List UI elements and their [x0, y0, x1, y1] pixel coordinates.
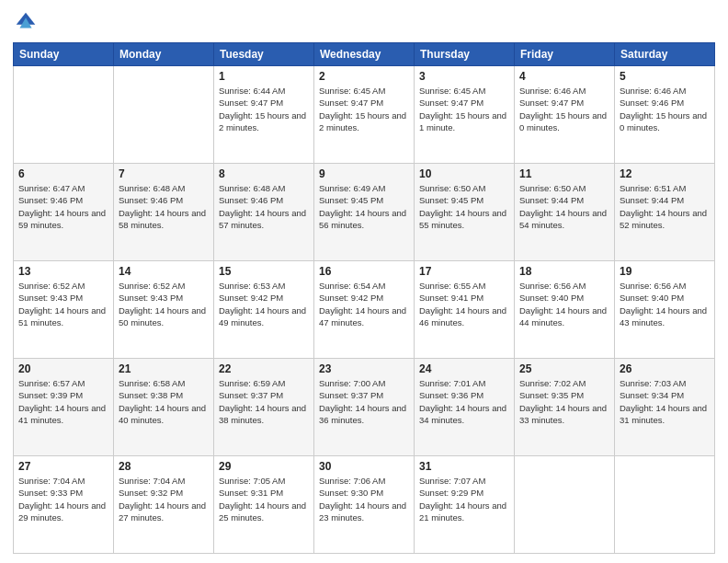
calendar-week-2: 6Sunrise: 6:47 AM Sunset: 9:46 PM Daylig…	[14, 164, 715, 261]
calendar-cell: 18Sunrise: 6:56 AM Sunset: 9:40 PM Dayli…	[515, 261, 615, 359]
day-number: 14	[119, 265, 209, 278]
calendar-header-monday: Monday	[114, 43, 214, 66]
calendar-cell: 30Sunrise: 7:06 AM Sunset: 9:30 PM Dayli…	[314, 456, 415, 554]
day-info: Sunrise: 6:55 AM Sunset: 9:41 PM Dayligh…	[419, 280, 509, 328]
header	[13, 9, 715, 35]
calendar-cell: 31Sunrise: 7:07 AM Sunset: 9:29 PM Dayli…	[415, 456, 515, 554]
calendar-table: SundayMondayTuesdayWednesdayThursdayFrid…	[13, 42, 715, 554]
day-number: 27	[18, 460, 108, 473]
day-info: Sunrise: 6:46 AM Sunset: 9:47 PM Dayligh…	[519, 85, 609, 133]
calendar-cell: 8Sunrise: 6:48 AM Sunset: 9:46 PM Daylig…	[214, 164, 314, 261]
calendar-header-tuesday: Tuesday	[214, 43, 314, 66]
day-info: Sunrise: 7:00 AM Sunset: 9:37 PM Dayligh…	[319, 377, 409, 426]
calendar-cell: 24Sunrise: 7:01 AM Sunset: 9:36 PM Dayli…	[415, 359, 515, 456]
calendar-cell	[114, 66, 214, 164]
calendar-cell: 28Sunrise: 7:04 AM Sunset: 9:32 PM Dayli…	[114, 456, 214, 554]
calendar-cell: 7Sunrise: 6:48 AM Sunset: 9:46 PM Daylig…	[114, 164, 214, 261]
day-number: 17	[419, 265, 509, 278]
calendar-week-3: 13Sunrise: 6:52 AM Sunset: 9:43 PM Dayli…	[14, 261, 715, 359]
calendar-cell: 21Sunrise: 6:58 AM Sunset: 9:38 PM Dayli…	[114, 359, 214, 456]
day-number: 3	[419, 70, 509, 83]
day-number: 16	[319, 265, 409, 278]
calendar-cell	[515, 456, 615, 554]
calendar-cell: 2Sunrise: 6:45 AM Sunset: 9:47 PM Daylig…	[314, 66, 415, 164]
calendar-header-saturday: Saturday	[615, 43, 715, 66]
day-info: Sunrise: 7:07 AM Sunset: 9:29 PM Dayligh…	[419, 475, 509, 523]
day-number: 25	[519, 362, 609, 375]
calendar-cell: 19Sunrise: 6:56 AM Sunset: 9:40 PM Dayli…	[615, 261, 715, 359]
day-number: 8	[219, 167, 309, 180]
calendar-week-4: 20Sunrise: 6:57 AM Sunset: 9:39 PM Dayli…	[14, 359, 715, 456]
day-number: 4	[519, 70, 609, 83]
day-number: 10	[419, 167, 509, 180]
calendar-cell: 1Sunrise: 6:44 AM Sunset: 9:47 PM Daylig…	[214, 66, 314, 164]
logo-icon	[13, 9, 39, 35]
calendar-cell: 23Sunrise: 7:00 AM Sunset: 9:37 PM Dayli…	[314, 359, 415, 456]
day-info: Sunrise: 6:52 AM Sunset: 9:43 PM Dayligh…	[18, 280, 108, 328]
day-info: Sunrise: 6:52 AM Sunset: 9:43 PM Dayligh…	[119, 280, 209, 328]
day-number: 24	[419, 362, 509, 375]
day-info: Sunrise: 7:01 AM Sunset: 9:36 PM Dayligh…	[419, 377, 509, 426]
calendar-header-sunday: Sunday	[14, 43, 114, 66]
calendar-week-1: 1Sunrise: 6:44 AM Sunset: 9:47 PM Daylig…	[14, 66, 715, 164]
day-number: 15	[219, 265, 309, 278]
day-info: Sunrise: 6:56 AM Sunset: 9:40 PM Dayligh…	[620, 280, 710, 328]
day-number: 26	[620, 362, 710, 375]
day-info: Sunrise: 6:45 AM Sunset: 9:47 PM Dayligh…	[319, 85, 409, 133]
day-info: Sunrise: 6:59 AM Sunset: 9:37 PM Dayligh…	[219, 377, 309, 426]
day-info: Sunrise: 7:06 AM Sunset: 9:30 PM Dayligh…	[319, 475, 409, 523]
day-number: 29	[219, 460, 309, 473]
day-info: Sunrise: 6:53 AM Sunset: 9:42 PM Dayligh…	[219, 280, 309, 328]
calendar-header-thursday: Thursday	[415, 43, 515, 66]
day-number: 11	[519, 167, 609, 180]
day-info: Sunrise: 6:50 AM Sunset: 9:45 PM Dayligh…	[419, 182, 509, 231]
day-number: 21	[119, 362, 209, 375]
calendar-cell: 16Sunrise: 6:54 AM Sunset: 9:42 PM Dayli…	[314, 261, 415, 359]
day-number: 2	[319, 70, 409, 83]
day-info: Sunrise: 7:04 AM Sunset: 9:32 PM Dayligh…	[119, 475, 209, 523]
calendar-header-wednesday: Wednesday	[314, 43, 415, 66]
calendar-cell: 5Sunrise: 6:46 AM Sunset: 9:46 PM Daylig…	[615, 66, 715, 164]
day-number: 20	[18, 362, 108, 375]
calendar-cell: 17Sunrise: 6:55 AM Sunset: 9:41 PM Dayli…	[415, 261, 515, 359]
day-number: 9	[319, 167, 409, 180]
day-number: 18	[519, 265, 609, 278]
day-info: Sunrise: 6:49 AM Sunset: 9:45 PM Dayligh…	[319, 182, 409, 231]
day-number: 31	[419, 460, 509, 473]
day-info: Sunrise: 7:02 AM Sunset: 9:35 PM Dayligh…	[519, 377, 609, 426]
day-number: 6	[18, 167, 108, 180]
day-number: 28	[119, 460, 209, 473]
day-info: Sunrise: 7:03 AM Sunset: 9:34 PM Dayligh…	[620, 377, 710, 426]
calendar-header-friday: Friday	[515, 43, 615, 66]
calendar-cell: 27Sunrise: 7:04 AM Sunset: 9:33 PM Dayli…	[14, 456, 114, 554]
day-number: 23	[319, 362, 409, 375]
calendar-cell: 4Sunrise: 6:46 AM Sunset: 9:47 PM Daylig…	[515, 66, 615, 164]
calendar-cell: 12Sunrise: 6:51 AM Sunset: 9:44 PM Dayli…	[615, 164, 715, 261]
day-number: 12	[620, 167, 710, 180]
day-number: 1	[219, 70, 309, 83]
day-info: Sunrise: 6:50 AM Sunset: 9:44 PM Dayligh…	[519, 182, 609, 231]
calendar-cell: 10Sunrise: 6:50 AM Sunset: 9:45 PM Dayli…	[415, 164, 515, 261]
day-info: Sunrise: 6:45 AM Sunset: 9:47 PM Dayligh…	[419, 85, 509, 133]
day-number: 7	[119, 167, 209, 180]
calendar-cell: 25Sunrise: 7:02 AM Sunset: 9:35 PM Dayli…	[515, 359, 615, 456]
day-info: Sunrise: 7:05 AM Sunset: 9:31 PM Dayligh…	[219, 475, 309, 523]
day-number: 22	[219, 362, 309, 375]
day-info: Sunrise: 6:46 AM Sunset: 9:46 PM Dayligh…	[620, 85, 710, 133]
day-number: 30	[319, 460, 409, 473]
day-info: Sunrise: 6:58 AM Sunset: 9:38 PM Dayligh…	[119, 377, 209, 426]
calendar-week-5: 27Sunrise: 7:04 AM Sunset: 9:33 PM Dayli…	[14, 456, 715, 554]
calendar-cell: 13Sunrise: 6:52 AM Sunset: 9:43 PM Dayli…	[14, 261, 114, 359]
calendar-cell: 9Sunrise: 6:49 AM Sunset: 9:45 PM Daylig…	[314, 164, 415, 261]
day-info: Sunrise: 6:57 AM Sunset: 9:39 PM Dayligh…	[18, 377, 108, 426]
logo	[13, 9, 41, 35]
day-number: 19	[620, 265, 710, 278]
day-number: 5	[620, 70, 710, 83]
calendar-cell: 14Sunrise: 6:52 AM Sunset: 9:43 PM Dayli…	[114, 261, 214, 359]
calendar-cell: 29Sunrise: 7:05 AM Sunset: 9:31 PM Dayli…	[214, 456, 314, 554]
calendar-cell	[615, 456, 715, 554]
calendar-cell: 15Sunrise: 6:53 AM Sunset: 9:42 PM Dayli…	[214, 261, 314, 359]
day-info: Sunrise: 6:51 AM Sunset: 9:44 PM Dayligh…	[620, 182, 710, 231]
day-info: Sunrise: 7:04 AM Sunset: 9:33 PM Dayligh…	[18, 475, 108, 523]
day-info: Sunrise: 6:56 AM Sunset: 9:40 PM Dayligh…	[519, 280, 609, 328]
